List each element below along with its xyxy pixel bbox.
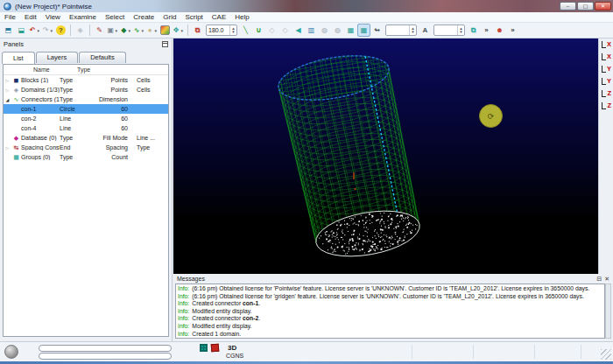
expander-icon[interactable]: ▷ — [4, 78, 11, 83]
menu-examine[interactable]: Examine — [65, 12, 101, 23]
block-assemble-button[interactable]: ▥ — [305, 24, 318, 37]
unstructured-grid-icon: ▦ — [359, 25, 369, 35]
view-minus-z-button[interactable]: Z — [600, 101, 612, 112]
expander-icon[interactable]: ◢ — [4, 97, 11, 102]
save-button[interactable]: ⬒ — [2, 24, 15, 37]
name-combo[interactable]: ▲▼ — [433, 24, 465, 36]
surface-b-button[interactable]: ◇ — [278, 24, 292, 37]
print-icon[interactable]: ⊟ — [596, 276, 602, 283]
expander-icon[interactable]: ▷ — [4, 145, 11, 150]
menu-file[interactable]: File — [0, 12, 20, 23]
view-minus-x-button[interactable]: X — [600, 52, 612, 63]
column-header-type[interactable]: Type — [77, 66, 90, 73]
view-minus-y-button[interactable]: Y — [600, 76, 612, 88]
status-input-bottom[interactable] — [39, 353, 172, 360]
panels-header: Panels — [0, 38, 172, 50]
view-plus-x-button[interactable]: X — [600, 39, 612, 51]
overflow-left-button[interactable]: » — [480, 24, 493, 37]
surface-b-icon: ◇ — [280, 25, 290, 35]
help-button[interactable]: ? — [54, 24, 67, 37]
examine-function-button[interactable]: ⧉ — [191, 24, 204, 37]
display-cube-button[interactable]: ▣▾ — [106, 24, 119, 37]
mesh-sphere-2-button[interactable]: ◍ — [331, 24, 344, 37]
tree-row-database-0[interactable]: ◆Database (0)TypeFill ModeLine ... — [4, 133, 168, 143]
dropdown-caret-icon[interactable]: ▾ — [180, 28, 184, 33]
annotate-button[interactable]: A — [419, 24, 432, 37]
extrude-cone-button[interactable]: ◀ — [292, 24, 305, 37]
layers-button[interactable]: ⧉ — [467, 24, 480, 37]
messages-scrollbar[interactable] — [605, 284, 611, 339]
menu-cae[interactable]: CAE — [208, 12, 230, 23]
menu-grid[interactable]: Grid — [159, 12, 180, 23]
angle-combo[interactable]: 180.0▲▼ — [206, 24, 237, 36]
maximize-button[interactable]: ▢ — [577, 2, 594, 10]
trackball-icon[interactable] — [4, 345, 18, 359]
solid-mode-icon[interactable] — [211, 344, 220, 353]
dropdown-caret-icon[interactable]: ▾ — [114, 28, 118, 33]
snap-icon: ◈ — [75, 25, 85, 35]
status-input-top[interactable] — [39, 345, 172, 352]
structured-grid-button[interactable]: ▦ — [344, 24, 357, 37]
row-type: Type — [60, 87, 91, 93]
toolbar-separator — [187, 24, 188, 36]
connector-tool-button[interactable]: ∿▾ — [132, 24, 145, 37]
redo-button[interactable]: ↷▾ — [41, 24, 54, 37]
tree-row-connectors-1-3[interactable]: ◢∿Connectors (1/3)TypeDimension — [4, 94, 168, 104]
tree-row-groups-0[interactable]: ▦Groups (0)TypeCount — [4, 152, 168, 162]
minimize-button[interactable]: ‒ — [560, 2, 576, 10]
close-messages-icon[interactable]: ✕ — [604, 276, 609, 283]
menu-script[interactable]: Script — [180, 12, 207, 23]
menu-help[interactable]: Help — [230, 12, 253, 23]
toolbar-separator — [89, 24, 90, 36]
mesh-sphere-1-button[interactable]: ◍ — [318, 24, 331, 37]
tree-row-con-2[interactable]: con-2Line60 — [4, 114, 168, 123]
tree-row-con-4[interactable]: con-4Line60 — [4, 123, 168, 133]
menu-select[interactable]: Select — [101, 12, 129, 23]
tab-list[interactable]: List — [2, 52, 35, 64]
spray-display-button[interactable]: ✥▾ — [172, 24, 185, 37]
sphere-tool-button[interactable]: ●▾ — [145, 24, 159, 37]
menu-create[interactable]: Create — [129, 12, 159, 23]
menu-edit[interactable]: Edit — [20, 12, 41, 23]
undo-button[interactable]: ↶▾ — [28, 24, 41, 37]
two-point-connector-button[interactable]: ╲ — [239, 24, 252, 37]
dropdown-caret-icon[interactable]: ▾ — [127, 28, 131, 33]
shaded-diamond-button[interactable]: ◆▾ — [119, 24, 132, 37]
surface-a-button[interactable]: ◇ — [265, 24, 278, 37]
resize-grip[interactable] — [601, 349, 611, 360]
undo-icon: ↶ — [29, 25, 36, 35]
pin-icon[interactable] — [162, 41, 168, 47]
open-button[interactable]: ⬓ — [15, 24, 28, 37]
tree-row-spacing-constrai[interactable]: ▷↹Spacing Constrai...EndSpacingType — [4, 143, 168, 152]
mask-button[interactable]: ☻ — [493, 24, 506, 37]
tree-row-blocks-1[interactable]: ▷◼Blocks (1)TypePointsCells — [4, 75, 168, 85]
dropdown-caret-icon[interactable]: ▾ — [36, 28, 40, 33]
column-header-name[interactable]: Name — [33, 66, 50, 73]
dropdown-caret-icon[interactable]: ▾ — [140, 28, 144, 33]
axis-glyph — [602, 66, 606, 73]
view-plus-z-button[interactable]: Z — [600, 88, 612, 100]
dropdown-caret-icon[interactable]: ▾ — [153, 28, 158, 33]
expander-icon[interactable]: ▷ — [4, 88, 11, 93]
sphere-tool-icon: ● — [146, 25, 153, 35]
view-plus-y-button[interactable]: Y — [600, 64, 612, 75]
snap-button[interactable]: ◈ — [74, 24, 87, 37]
tree-row-con-1[interactable]: con-1Circle60 — [4, 104, 168, 114]
display-viewport[interactable]: ⟳ — [173, 38, 598, 274]
tree-row-domains-1-3[interactable]: ▷◈Domains (1/3)TypePointsCells — [4, 85, 168, 94]
overflow-right-button[interactable]: » — [506, 24, 519, 37]
close-button[interactable]: ✕ — [595, 2, 611, 10]
tab-layers[interactable]: Layers — [36, 52, 79, 63]
assemble-connectors-button[interactable]: ↬ — [370, 24, 384, 37]
tab-defaults[interactable]: Defaults — [79, 52, 126, 63]
curve-connector-button[interactable]: ∪ — [252, 24, 265, 37]
view-axis-toolbar: XXYYZZ — [598, 38, 613, 274]
grid-mode-icon[interactable] — [200, 344, 208, 352]
entity-combo[interactable]: ▲▼ — [385, 24, 417, 36]
dropdown-caret-icon[interactable]: ▾ — [49, 28, 53, 33]
unstructured-grid-button[interactable]: ▦ — [357, 24, 370, 37]
overflow-left-icon: » — [482, 25, 491, 35]
menu-view[interactable]: View — [41, 12, 65, 23]
paint-attributes-button[interactable]: ✎ — [93, 24, 106, 37]
image-button[interactable] — [159, 24, 172, 37]
